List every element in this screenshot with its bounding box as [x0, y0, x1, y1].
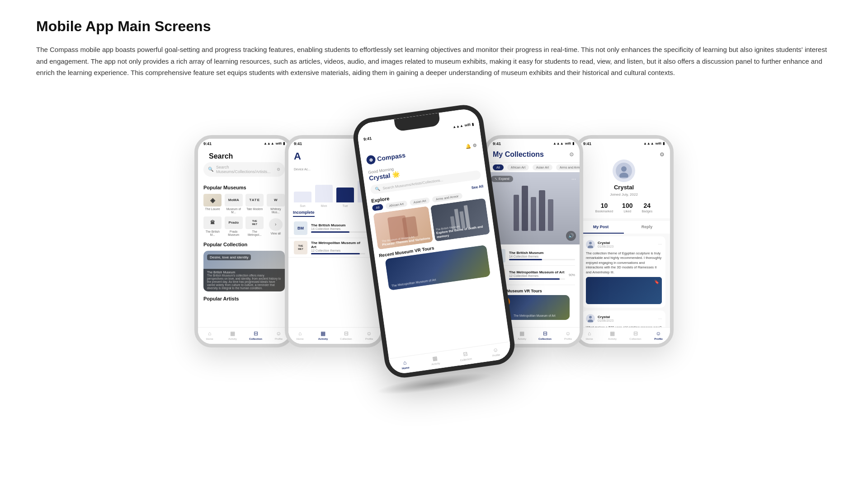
museum-item-viewall[interactable]: › View all	[267, 216, 285, 236]
post2-more[interactable]: ···	[658, 316, 662, 321]
nav-activity-col[interactable]: ▦ Activity	[510, 330, 533, 338]
nav-home-activity[interactable]: ⌂ Home	[288, 330, 311, 340]
nav-collection-center[interactable]: ⊟ Collection	[450, 349, 481, 363]
collection-icon-profile: ⊟	[633, 330, 638, 337]
nav-collection-profile[interactable]: ⊟ Collection	[624, 330, 647, 338]
activity-icon-search: ▦	[230, 330, 235, 337]
louvre-name: The Louvre	[205, 207, 220, 211]
incomplete-tab-btn[interactable]: Incomplete	[293, 210, 315, 217]
nav-profile-col[interactable]: ☺ Profile	[557, 330, 580, 338]
see-all-explore[interactable]: See All	[471, 184, 483, 190]
phones-container: 9:41 ▲▲▲ wifi ▮ Search 🔍 Search Museums/…	[36, 101, 832, 381]
popular-artists-label: Popular Artists	[198, 294, 290, 303]
search-title-area: Search	[203, 150, 285, 162]
tab-arms-col[interactable]: Arms and Armor	[556, 164, 580, 170]
collection-card-label: Desire, love and identity	[207, 254, 251, 260]
settings-icon-profile[interactable]: ⚙	[660, 151, 665, 158]
nav-collection-search[interactable]: ⊟ Collection	[244, 330, 267, 338]
compass-app-name: Compass	[377, 151, 406, 163]
museum-item-moma[interactable]: MoMA Museum of M...	[225, 194, 243, 214]
svg-point-1	[619, 173, 628, 178]
profile-settings-area: ⚙	[583, 151, 665, 158]
explore-card-moma[interactable]: The Museum of Modern Art Picasso: Themes…	[373, 206, 433, 249]
liked-value: 100	[622, 202, 632, 209]
search-title: Search	[203, 150, 285, 162]
chart-bar-tue	[336, 188, 354, 202]
activity-icon-active: ▦	[321, 330, 326, 337]
stat-badges: 24 Badges	[642, 202, 652, 213]
day-tue: Tue	[336, 204, 354, 207]
activity-label-active: Activity	[318, 338, 328, 340]
museum-item-met[interactable]: THEMET The Metropol...	[245, 216, 264, 236]
museum-item-louvre[interactable]: ◈ The Louvre	[203, 194, 222, 214]
time-search: 9:41	[203, 141, 212, 146]
collection-label-col-active: Collection	[538, 338, 552, 338]
activity-label-col: Activity	[518, 338, 526, 338]
museum-item-prado[interactable]: Prado Prado Museum	[225, 216, 243, 236]
center-bottom-nav: ⌂ Home ▦ Activity ⊟ Collection ☺	[389, 341, 512, 375]
nav-profile-center[interactable]: ☺ Profile	[480, 344, 512, 358]
activity-icon-profile: ▦	[610, 330, 615, 337]
home-label-center: Home	[401, 366, 409, 370]
museum-item-tate[interactable]: TATE Tate Modern	[245, 194, 264, 214]
explore-card-british-bg: The British Museum Explore the theme of …	[430, 198, 490, 241]
home-icon-search: ⌂	[208, 330, 211, 337]
museum-item-whitney[interactable]: W Whitney Mus...	[267, 194, 285, 214]
tate-logo: TATE	[245, 194, 264, 206]
british-museum-logo-activity: BM	[294, 221, 307, 235]
avatar-svg	[617, 164, 631, 178]
nav-activity-active[interactable]: ▦ Activity	[311, 330, 335, 340]
collection-museum-desc: The British Museum's collection offers m…	[207, 274, 281, 290]
wifi-collections: wifi	[565, 141, 571, 145]
nav-activity-search[interactable]: ▦ Activity	[221, 330, 244, 338]
sound-icon-collections[interactable]: 🔊	[566, 231, 576, 241]
met-col-progress-fill	[509, 278, 560, 280]
tab-reply[interactable]: Reply	[624, 221, 670, 234]
profile-label-search: Profile	[275, 338, 283, 338]
settings-icon-center: ⚙	[472, 142, 477, 148]
nav-activity-profile[interactable]: ▦ Activity	[601, 330, 624, 338]
search-bar[interactable]: 🔍 Search Museums/Collections/Artists... …	[203, 162, 285, 177]
post1-user: Crystal 01/06/2023 ···	[586, 240, 662, 249]
nav-activity-center[interactable]: ▦ Activity	[420, 353, 451, 367]
activity-icon-col: ▦	[519, 330, 524, 337]
phone-center: 9:41 ▲▲▲ wifi ▮ ⊕ Compass 🔔 ⚙	[351, 102, 517, 380]
explore-card-british[interactable]: The British Museum Explore the theme of …	[430, 198, 490, 241]
nav-home-center[interactable]: ⌂ Home	[389, 357, 421, 371]
bookmarked-value: 10	[601, 202, 608, 209]
signal-icons-collections: ▲▲▲ wifi ▮	[553, 141, 574, 145]
met-logo: THEMET	[245, 216, 264, 229]
status-bar-profile: 9:41 ▲▲▲ wifi ▮	[578, 139, 670, 147]
profile-icon-profile-active: ☺	[656, 330, 661, 337]
profile-posts: Crystal 01/06/2023 ··· The collection th…	[578, 234, 670, 338]
nav-profile-profile-active[interactable]: ☺ Profile	[647, 330, 670, 338]
tab-my-post[interactable]: My Post	[578, 221, 624, 234]
met-col-name: The Metropolitan Museum of Art	[509, 270, 565, 274]
vr-col-museum: The Metropolitan Museum of Art	[514, 314, 556, 317]
museum-item-british[interactable]: 🏛 The British M...	[203, 216, 222, 236]
svg-point-3	[588, 245, 593, 248]
profile-bottom-nav: ⌂ Home ▦ Activity ⊟ Collection ☺ Profile	[578, 327, 670, 338]
museum-grid: ◈ The Louvre MoMA Museum of M... TATE Ta…	[198, 192, 290, 238]
profile-stats: 10 Bookmarked 100 Liked 24 Badges	[595, 202, 652, 213]
post1-image-bg	[586, 277, 662, 304]
filter-icon: ⚙	[277, 167, 280, 172]
signal-profile: ▲▲▲	[643, 141, 654, 145]
stat-bookmarked: 10 Bookmarked	[595, 202, 613, 213]
prado-logo: Prado	[225, 216, 243, 229]
prado-name: Prado Museum	[225, 230, 243, 236]
nav-collection-col-active[interactable]: ⊟ Collection	[533, 330, 557, 338]
more-options-collections[interactable]: ···	[571, 176, 576, 182]
post1-user-info: Crystal 01/06/2023	[598, 241, 613, 248]
tab-asian-col[interactable]: Asian Art	[533, 164, 552, 170]
collection-icon-center: ⊟	[462, 351, 468, 357]
nav-home-search[interactable]: ⌂ Home	[198, 330, 221, 338]
collection-card-search[interactable]: Desire, love and identity The British Mu…	[203, 251, 285, 291]
profile-icon-search: ☺	[276, 330, 281, 337]
nav-collection-activity[interactable]: ⊟ Collection	[335, 330, 358, 340]
tab-all[interactable]: All	[372, 204, 383, 211]
post1-more[interactable]: ···	[658, 242, 662, 247]
svg-point-4	[589, 316, 592, 319]
signal-icons-search: ▲▲▲ wifi ▮	[264, 141, 285, 145]
home-icon-center: ⌂	[403, 359, 407, 366]
